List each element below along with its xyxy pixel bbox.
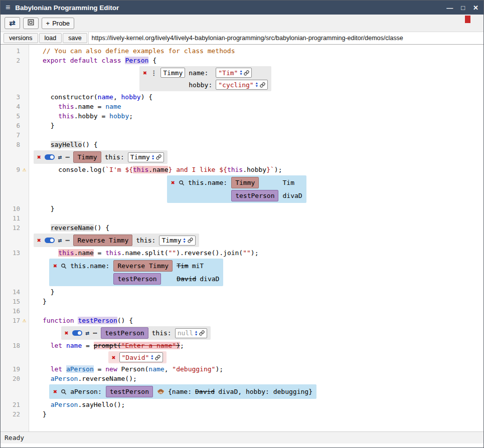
link-icon[interactable] — [156, 154, 162, 160]
example-badge[interactable]: testPerson — [101, 327, 148, 339]
code-text: aPerson.sayHello(); — [30, 400, 125, 409]
maximize-button[interactable]: □ — [461, 4, 465, 12]
menu-icon[interactable]: ≡ — [6, 3, 10, 12]
code-editor[interactable]: 1// You can also define examples for cla… — [1, 45, 483, 431]
spinner-icon[interactable]: ▴▾ — [151, 354, 153, 360]
toggle-icon[interactable] — [72, 330, 82, 336]
line-gutter — [1, 350, 30, 360]
value-input[interactable]: "David"▴▾ — [119, 352, 164, 362]
spinner-icon[interactable]: ▴▾ — [256, 82, 258, 88]
line-number[interactable]: 18 — [13, 341, 20, 350]
load-button[interactable]: load — [39, 33, 62, 43]
add-probe-button[interactable]: + Probe — [42, 18, 74, 29]
close-icon[interactable]: ✖ — [112, 353, 116, 362]
code-line: 12 reverseName() { — [1, 223, 483, 233]
warning-icon[interactable]: ⚠ — [21, 316, 28, 325]
line-number[interactable]: 22 — [13, 409, 20, 419]
line-number[interactable]: 2 — [16, 56, 20, 65]
example-widget: ✖⇄⋯Timmythis:Timmy▴▾ — [34, 150, 168, 164]
example-badge[interactable]: testPerson — [231, 190, 278, 201]
example-badge[interactable]: Reverse Timmy — [73, 235, 132, 246]
link-icon[interactable] — [244, 70, 249, 76]
more-icon[interactable]: ⋯ — [93, 328, 97, 338]
toggle-icon[interactable] — [45, 154, 55, 160]
search-icon[interactable] — [61, 389, 67, 395]
url-input[interactable] — [88, 32, 483, 44]
line-number[interactable]: 8 — [16, 140, 20, 149]
line-number[interactable]: 14 — [13, 287, 20, 297]
swap-source-button[interactable]: ⇄ — [5, 17, 20, 29]
frame-button[interactable] — [23, 18, 39, 29]
spinner-icon[interactable]: ▴▾ — [152, 154, 154, 160]
code-token: this — [58, 249, 74, 257]
code-token: } — [43, 410, 47, 418]
line-gutter: 18 — [1, 341, 30, 350]
value-input[interactable]: "cycling"▴▾ — [216, 80, 267, 90]
code-line: 18 let name = prompt("Enter a name"); — [1, 341, 483, 350]
more-icon[interactable]: ⋯ — [66, 236, 70, 245]
save-button[interactable]: save — [63, 33, 87, 43]
value-input[interactable]: Timmy▴▾ — [159, 236, 195, 246]
code-token: this — [58, 112, 74, 120]
close-icon[interactable]: ✖ — [37, 236, 41, 245]
code-text: aPerson.reverseName(); — [30, 374, 137, 383]
more-icon[interactable]: ⋯ — [66, 152, 70, 162]
example-badge[interactable]: Timmy — [231, 177, 259, 188]
example-badge[interactable]: Timmy — [73, 151, 101, 163]
line-number[interactable]: 17 — [13, 316, 20, 325]
line-number[interactable]: 9 — [16, 165, 20, 174]
close-icon[interactable]: ✖ — [53, 387, 57, 396]
code-text — [30, 306, 43, 316]
line-number[interactable]: 16 — [13, 306, 20, 316]
code-token: name — [105, 103, 121, 110]
search-icon[interactable] — [179, 180, 185, 186]
swap-icon[interactable]: ⇄ — [86, 328, 90, 338]
example-name-input[interactable]: Timmy — [160, 68, 185, 78]
swap-icon[interactable]: ⇄ — [58, 236, 62, 245]
versions-button[interactable]: versions — [4, 33, 38, 43]
line-number[interactable]: 13 — [13, 248, 20, 258]
code-line: 14 } — [1, 287, 483, 297]
line-number[interactable]: 12 — [13, 223, 20, 233]
link-icon[interactable] — [260, 82, 265, 88]
close-icon[interactable]: ✖ — [171, 178, 175, 187]
search-icon[interactable] — [61, 263, 67, 269]
close-icon[interactable]: ✖ — [53, 261, 57, 271]
line-number[interactable]: 4 — [16, 102, 20, 111]
minimize-button[interactable]: — — [446, 4, 453, 12]
example-badge[interactable]: testPerson — [106, 386, 153, 397]
drag-handle-icon[interactable]: ⋮ — [150, 68, 157, 78]
close-icon[interactable]: ✖ — [143, 68, 147, 78]
line-number[interactable]: 5 — [16, 111, 20, 121]
line-number[interactable]: 3 — [16, 92, 20, 102]
spinner-icon[interactable]: ▴▾ — [195, 330, 197, 336]
link-icon[interactable] — [188, 238, 193, 243]
line-number[interactable]: 20 — [13, 374, 20, 383]
spinner-icon[interactable]: ▴▾ — [184, 238, 186, 244]
value-input[interactable]: "Tim"▴▾ — [216, 68, 252, 78]
line-number[interactable]: 11 — [13, 213, 20, 223]
code-token: this — [133, 166, 148, 173]
spinner-icon[interactable]: ▴▾ — [240, 70, 242, 76]
line-number[interactable]: 7 — [16, 130, 20, 140]
probe-value: {name: — [168, 387, 192, 396]
line-number[interactable]: 21 — [13, 400, 20, 409]
value-input[interactable]: null▴▾ — [175, 328, 207, 338]
example-badge[interactable]: Reverse Timmy — [113, 260, 173, 272]
line-number[interactable]: 1 — [16, 46, 20, 56]
warning-icon[interactable]: ⚠ — [21, 165, 28, 174]
close-icon[interactable]: ✖ — [65, 328, 69, 338]
line-number[interactable]: 15 — [13, 297, 20, 306]
close-icon[interactable]: ✖ — [37, 152, 41, 162]
link-icon[interactable] — [155, 355, 160, 360]
window-controls: — □ ✕ — [446, 4, 478, 12]
toggle-icon[interactable] — [45, 238, 55, 243]
swap-icon[interactable]: ⇄ — [58, 152, 62, 162]
example-badge[interactable]: testPerson — [113, 273, 160, 285]
line-number[interactable]: 6 — [16, 121, 20, 130]
line-number[interactable]: 10 — [13, 204, 20, 213]
line-number[interactable]: 19 — [13, 364, 20, 374]
link-icon[interactable] — [199, 330, 205, 336]
value-input[interactable]: Timmy▴▾ — [128, 152, 164, 162]
close-button[interactable]: ✕ — [473, 4, 478, 12]
